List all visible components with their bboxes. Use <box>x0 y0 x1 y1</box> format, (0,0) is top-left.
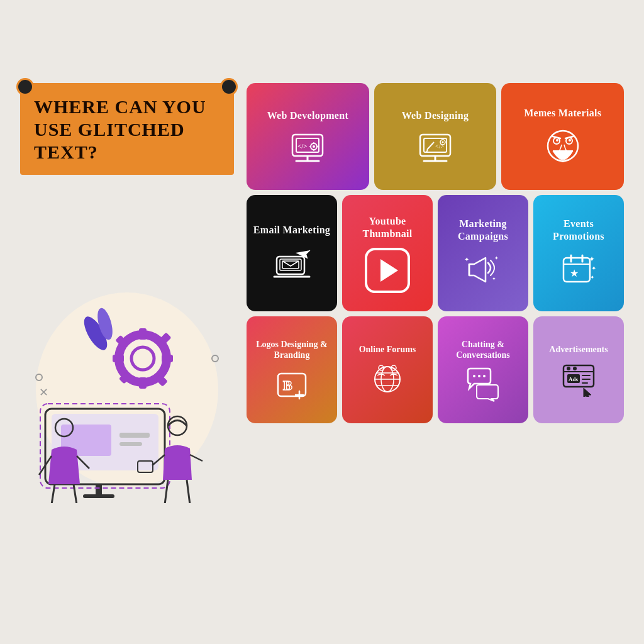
grid-row-1: Web Development </> <box>247 83 624 190</box>
card-marketing-title: Marketing Campaigns <box>444 218 522 243</box>
card-youtube-title: Youtube Thumbnail <box>348 215 426 240</box>
card-email-marketing: Email Marketing <box>247 195 337 311</box>
card-advertisements: Advertisements Ads <box>533 316 624 423</box>
svg-point-96 <box>473 375 475 377</box>
events-icon: ★ ✦ ✦ ✦ <box>558 250 599 291</box>
card-events-promotions: Events Promotions ★ ✦ ✦ ✦ <box>533 195 624 311</box>
svg-text:</>: </> <box>297 142 308 150</box>
svg-point-98 <box>483 375 486 377</box>
svg-rect-19 <box>83 494 114 498</box>
svg-rect-17 <box>119 442 142 446</box>
web-design-icon: </> <box>418 130 453 165</box>
svg-line-23 <box>74 484 78 503</box>
card-events-title: Events Promotions <box>540 218 618 243</box>
svg-line-30 <box>187 480 191 503</box>
svg-text:✦: ✦ <box>492 276 496 282</box>
web-dev-icon: </> <box>290 130 325 165</box>
card-web-dev-title: Web Development <box>267 109 348 122</box>
svg-text:★: ★ <box>570 268 579 279</box>
marketing-icon: ✦ ✦ ✦ <box>463 250 503 291</box>
svg-rect-6 <box>162 355 173 362</box>
card-chatting-conversations: Chatting & Conversations <box>438 316 528 423</box>
card-memes-materials: Memes Materials <box>501 83 624 190</box>
svg-point-102 <box>573 367 577 370</box>
illustration-area: ✕ <box>20 181 234 586</box>
card-web-designing: Web Designing </> <box>374 83 497 190</box>
svg-point-62 <box>556 139 558 142</box>
svg-rect-3 <box>139 328 147 340</box>
grid-row-3: Logos designing & Branding B Online Foru… <box>247 316 624 423</box>
chat-icon <box>465 367 501 402</box>
svg-point-63 <box>569 139 571 142</box>
svg-rect-5 <box>113 355 124 362</box>
svg-text:✦: ✦ <box>590 274 595 280</box>
svg-point-97 <box>478 375 480 377</box>
title-box: Where Can YouUse GlitchedText? <box>20 83 234 175</box>
left-panel: Where Can YouUse GlitchedText? <box>20 83 234 586</box>
svg-text:✦: ✦ <box>494 255 499 261</box>
page-title: Where Can YouUse GlitchedText? <box>34 96 220 164</box>
card-forums-title: Online Forums <box>359 344 416 355</box>
card-chatting-title: Chatting & Conversations <box>444 339 522 361</box>
card-logos-branding: Logos designing & Branding B <box>247 316 337 423</box>
svg-rect-4 <box>139 377 147 389</box>
svg-line-54 <box>427 142 434 150</box>
right-panel: Web Development </> <box>247 83 624 586</box>
svg-point-101 <box>567 367 570 370</box>
svg-marker-108 <box>584 388 591 397</box>
svg-line-22 <box>50 484 55 503</box>
svg-line-64 <box>553 136 560 138</box>
grid-row-2: Email Marketing <box>247 195 624 311</box>
svg-rect-18 <box>96 484 102 496</box>
card-online-forums: Online Forums <box>342 316 433 423</box>
card-youtube-thumbnail: Youtube Thumbnail <box>342 195 433 311</box>
forums-icon <box>370 362 405 397</box>
svg-text:✦: ✦ <box>591 265 596 272</box>
main-illustration: ✕ <box>26 264 228 503</box>
svg-line-29 <box>164 480 168 503</box>
svg-text:✕: ✕ <box>39 386 48 399</box>
card-email-title: Email Marketing <box>253 224 330 236</box>
svg-line-65 <box>565 136 573 138</box>
card-ads-title: Advertisements <box>549 344 608 355</box>
card-logos-title: Logos designing & Branding <box>253 339 331 361</box>
logos-icon: B <box>274 367 309 402</box>
svg-text:✦: ✦ <box>464 256 469 263</box>
page-container: Where Can YouUse GlitchedText? <box>0 0 644 644</box>
svg-text:✦: ✦ <box>589 255 595 264</box>
card-marketing-campaigns: Marketing Campaigns ✦ ✦ ✦ <box>438 195 528 311</box>
svg-point-45 <box>313 145 315 148</box>
svg-point-58 <box>442 142 444 143</box>
card-web-development: Web Development </> <box>247 83 369 190</box>
email-marketing-icon <box>272 244 312 284</box>
svg-text:B: B <box>283 377 292 393</box>
svg-text:</>: </> <box>435 143 444 150</box>
card-web-design-title: Web Designing <box>402 109 469 122</box>
memes-icon <box>543 127 583 167</box>
youtube-play-button <box>365 248 410 293</box>
svg-text:Ads: Ads <box>569 376 579 382</box>
content-area: Where Can YouUse GlitchedText? <box>20 83 624 586</box>
ads-icon: Ads <box>561 362 596 397</box>
svg-rect-16 <box>119 433 150 438</box>
card-memes-title: Memes Materials <box>524 107 601 119</box>
